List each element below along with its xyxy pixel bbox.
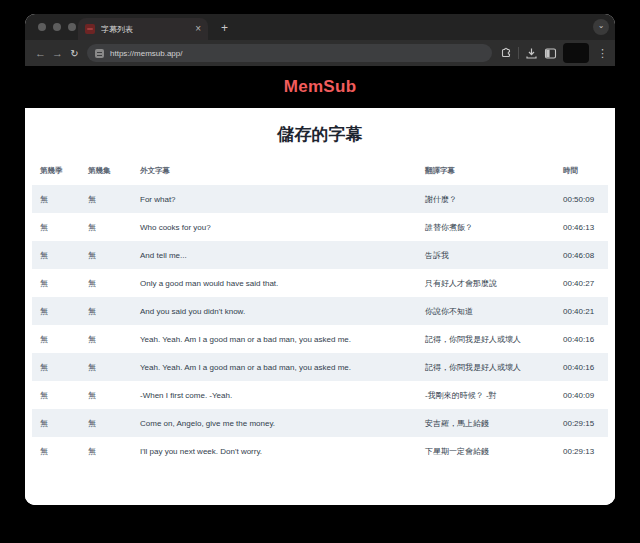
cell-episode: 無 (80, 325, 132, 353)
subtitle-row: 無無Only a good man would have said that.只… (32, 269, 608, 297)
cell-foreign: Who cooks for you? (132, 213, 417, 241)
cell-foreign: Yeah. Yeah. Am I a good man or a bad man… (132, 353, 417, 381)
cell-episode: 無 (80, 381, 132, 409)
forward-button[interactable]: → (49, 47, 66, 59)
cell-episode: 無 (80, 437, 132, 465)
column-header-time: 時間 (555, 156, 608, 185)
cell-time: 00:40:16 (555, 325, 608, 353)
cell-episode: 無 (80, 297, 132, 325)
window-controls[interactable] (38, 23, 76, 31)
window-minimize-button[interactable] (53, 23, 61, 31)
subtitle-row: 無無For what?謝什麼？00:50:09 (32, 185, 608, 213)
cell-foreign: Yeah. Yeah. Am I a good man or a bad man… (132, 325, 417, 353)
column-header-foreign: 外文字幕 (132, 156, 417, 185)
cell-time: 00:46:13 (555, 213, 608, 241)
new-tab-button[interactable]: + (221, 22, 228, 34)
browser-menu-icon[interactable]: ⋮ (595, 48, 608, 59)
cell-foreign: Only a good man would have said that. (132, 269, 417, 297)
subtitle-row: 無無Come on, Angelo, give me the money.安吉羅… (32, 409, 608, 437)
subtitle-row: 無無-When I first come. -Yeah.-我剛來的時候？ -對0… (32, 381, 608, 409)
toolbar-divider (518, 47, 519, 59)
cell-foreign: I'll pay you next week. Don't worry. (132, 437, 417, 465)
cell-season: 無 (32, 241, 80, 269)
cell-translation: 告訴我 (417, 241, 555, 269)
cell-season: 無 (32, 297, 80, 325)
cell-episode: 無 (80, 241, 132, 269)
page-title: 儲存的字幕 (25, 123, 615, 146)
tab-close-icon[interactable]: × (195, 24, 201, 34)
column-header-episode: 第幾集 (80, 156, 132, 185)
site-favicon-icon (85, 24, 95, 34)
site-header: MemSub (25, 66, 615, 108)
column-header-translation: 翻譯字幕 (417, 156, 555, 185)
cell-time: 00:40:21 (555, 297, 608, 325)
cell-episode: 無 (80, 409, 132, 437)
cell-translation: 謝什麼？ (417, 185, 555, 213)
tab-title: 字幕列表 (101, 24, 189, 35)
column-header-season: 第幾季 (32, 156, 80, 185)
table-body: 無無For what?謝什麼？00:50:09無無Who cooks for y… (32, 185, 608, 465)
cell-translation: -我剛來的時候？ -對 (417, 381, 555, 409)
url-text[interactable]: https://memsub.app/ (110, 49, 182, 58)
cell-season: 無 (32, 381, 80, 409)
cell-episode: 無 (80, 213, 132, 241)
cell-translation: 記得，你問我是好人或壞人 (417, 325, 555, 353)
browser-toolbar: ← → ↻ https://memsub.app/ ⋮ (25, 40, 615, 66)
cell-translation: 只有好人才會那麼說 (417, 269, 555, 297)
cell-episode: 無 (80, 185, 132, 213)
site-settings-icon[interactable] (95, 49, 104, 58)
cell-translation: 下星期一定會給錢 (417, 437, 555, 465)
cell-time: 00:29:15 (555, 409, 608, 437)
cell-episode: 無 (80, 269, 132, 297)
subtitle-row: 無無And tell me...告訴我00:46:08 (32, 241, 608, 269)
subtitles-table: 第幾季第幾集外文字幕翻譯字幕時間 無無For what?謝什麼？00:50:09… (32, 156, 608, 465)
cell-time: 00:40:27 (555, 269, 608, 297)
cell-season: 無 (32, 409, 80, 437)
cell-time: 00:29:13 (555, 437, 608, 465)
download-icon[interactable] (525, 47, 538, 60)
browser-tab[interactable]: 字幕列表 × (78, 18, 208, 40)
subtitle-row: 無無Who cooks for you?誰替你煮飯？00:46:13 (32, 213, 608, 241)
page-content: 儲存的字幕 第幾季第幾集外文字幕翻譯字幕時間 無無For what?謝什麼？00… (25, 108, 615, 505)
tab-search-button[interactable]: ⌄ (593, 19, 609, 35)
cell-translation: 安吉羅，馬上給錢 (417, 409, 555, 437)
back-button[interactable]: ← (32, 47, 49, 59)
cell-foreign: For what? (132, 185, 417, 213)
reload-button[interactable]: ↻ (66, 48, 83, 59)
cell-translation: 你說你不知道 (417, 297, 555, 325)
cell-episode: 無 (80, 353, 132, 381)
window-maximize-button[interactable] (68, 23, 76, 31)
subtitle-row: 無無I'll pay you next week. Don't worry.下星… (32, 437, 608, 465)
cell-foreign: -When I first come. -Yeah. (132, 381, 417, 409)
browser-window: 字幕列表 × + ⌄ ← → ↻ https://memsub.app/ ⋮ (25, 14, 615, 505)
cell-foreign: And tell me... (132, 241, 417, 269)
cell-translation: 誰替你煮飯？ (417, 213, 555, 241)
cell-season: 無 (32, 213, 80, 241)
cell-foreign: Come on, Angelo, give me the money. (132, 409, 417, 437)
cell-season: 無 (32, 437, 80, 465)
subtitle-row: 無無And you said you didn't know.你說你不知道00:… (32, 297, 608, 325)
cell-season: 無 (32, 353, 80, 381)
cell-time: 00:46:08 (555, 241, 608, 269)
cell-season: 無 (32, 185, 80, 213)
table-header-row: 第幾季第幾集外文字幕翻譯字幕時間 (32, 156, 608, 185)
page-viewport: MemSub 儲存的字幕 第幾季第幾集外文字幕翻譯字幕時間 無無For what… (25, 66, 615, 505)
cell-translation: 記得，你問我是好人或壞人 (417, 353, 555, 381)
cell-time: 00:50:09 (555, 185, 608, 213)
extensions-icon[interactable] (499, 47, 512, 60)
tab-strip: 字幕列表 × + ⌄ (25, 14, 615, 40)
cell-season: 無 (32, 269, 80, 297)
profile-avatar[interactable] (563, 43, 589, 63)
cell-season: 無 (32, 325, 80, 353)
site-logo: MemSub (284, 77, 357, 97)
side-panel-icon[interactable] (544, 47, 557, 60)
cell-time: 00:40:09 (555, 381, 608, 409)
cell-foreign: And you said you didn't know. (132, 297, 417, 325)
subtitle-row: 無無Yeah. Yeah. Am I a good man or a bad m… (32, 325, 608, 353)
window-close-button[interactable] (38, 23, 46, 31)
address-bar[interactable]: https://memsub.app/ (87, 44, 492, 62)
cell-time: 00:40:16 (555, 353, 608, 381)
subtitle-row: 無無Yeah. Yeah. Am I a good man or a bad m… (32, 353, 608, 381)
